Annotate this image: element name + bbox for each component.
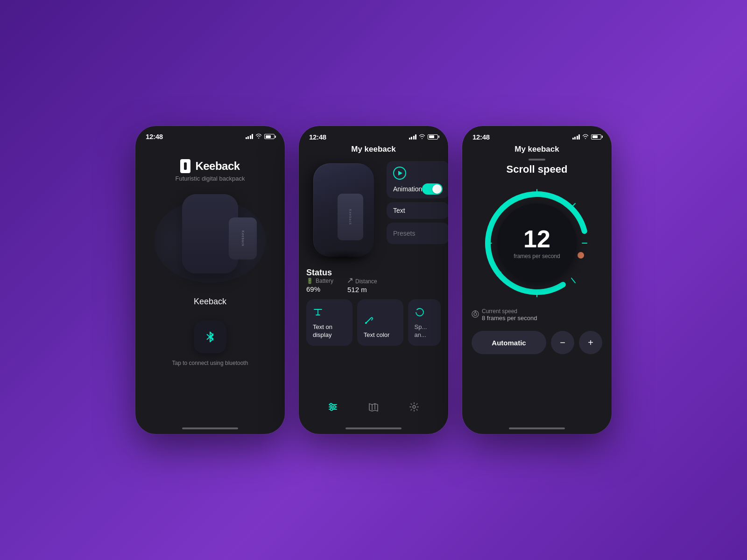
page-title-3: My keeback — [514, 145, 559, 154]
controls-icon — [328, 402, 338, 414]
device-3d-shadow — [316, 250, 372, 264]
text-card[interactable]: Text — [387, 202, 448, 219]
scroll-speed-title: Scroll speed — [472, 163, 602, 175]
current-speed-icon — [472, 310, 479, 319]
home-indicator-2 — [345, 427, 402, 429]
current-speed-value: 8 frames per second — [482, 315, 537, 322]
signal-bars-3 — [572, 134, 580, 140]
text-color-card[interactable]: Text color — [357, 299, 403, 346]
device-3d-text: Keeback — [338, 194, 363, 240]
play-icon — [393, 167, 406, 180]
device-3d-preview: Keeback — [306, 159, 381, 261]
status-time-2: 12:48 — [309, 133, 326, 141]
brand-logo-icon — [180, 159, 190, 173]
map-icon — [368, 402, 379, 414]
battery-icon-1 — [264, 134, 275, 139]
bluetooth-button[interactable] — [194, 321, 226, 353]
wifi-icon-2 — [419, 133, 425, 141]
automatic-button[interactable]: Automatic — [472, 331, 546, 354]
svg-line-19 — [571, 278, 575, 283]
plus-label: + — [588, 337, 593, 348]
phone-1: 12:48 Keeback Futuristic digital backpac… — [135, 126, 285, 434]
settings-icon — [409, 402, 419, 414]
nav-map[interactable] — [361, 400, 386, 416]
svg-point-1 — [416, 308, 423, 316]
device-label-p1: Keeback — [194, 297, 226, 307]
svg-point-7 — [331, 408, 333, 411]
animation-card[interactable]: Animation — [387, 161, 448, 198]
battery-label: Battery — [316, 278, 333, 284]
battery-status-icon: 🔋 — [306, 278, 313, 284]
text-label: Text — [393, 207, 405, 214]
signal-bars-2 — [409, 134, 417, 140]
distance-status: Distance 512 m — [347, 278, 377, 294]
play-triangle — [398, 171, 402, 175]
text-display-label: Text on display — [313, 323, 346, 339]
animation-toggle[interactable] — [422, 183, 443, 195]
distance-label: Distance — [355, 278, 377, 285]
device-preview-row: Keeback Animation — [306, 159, 441, 261]
automatic-label: Automatic — [492, 339, 526, 347]
speed-partial-card[interactable]: Sp...an... — [408, 299, 441, 346]
status-time-3: 12:48 — [472, 133, 490, 141]
dial-center: 12 frames per second — [497, 203, 577, 283]
current-speed-row: Current speed 8 frames per second — [472, 308, 602, 322]
text-display-icon — [313, 307, 346, 320]
device-body: Keeback — [182, 194, 238, 273]
connect-btn-area: Keeback Tap to connect using bluetooth — [172, 297, 248, 422]
nav-settings[interactable] — [402, 400, 427, 416]
svg-point-22 — [474, 313, 477, 315]
text-color-icon — [364, 315, 397, 328]
signal-bars-1 — [246, 134, 254, 139]
phone3-main-content: Scroll speed — [462, 154, 612, 422]
text-on-display-card[interactable]: Text on display — [306, 299, 352, 346]
svg-point-13 — [578, 252, 584, 259]
brand-name: Keeback — [195, 160, 240, 173]
animation-label: Animation — [393, 185, 422, 193]
brand-tagline: Futuristic digital backpack — [176, 175, 245, 182]
page-title-2: My keeback — [351, 145, 395, 154]
home-indicator-1 — [182, 427, 238, 429]
connect-label: Tap to connect using bluetooth — [172, 360, 248, 366]
status-bar-3: 12:48 — [462, 126, 612, 141]
device-3d-screen: Keeback — [338, 194, 363, 240]
bluetooth-icon — [204, 330, 217, 343]
presets-card[interactable]: Presets — [387, 223, 448, 244]
presets-label: Presets — [393, 230, 415, 237]
plus-button[interactable]: + — [579, 331, 602, 354]
phone-3: 12:48 My keeback Scroll speed — [462, 126, 612, 434]
svg-point-0 — [365, 322, 367, 324]
dial-value: 12 — [523, 227, 550, 251]
current-speed-info: Current speed 8 frames per second — [482, 308, 537, 322]
dial-unit: frames per second — [514, 253, 560, 259]
status-heading: Status — [306, 268, 332, 277]
battery-header: 🔋 Battery — [306, 278, 333, 284]
page-title-bar-2: My keeback — [299, 141, 448, 154]
status-icons-3 — [572, 133, 602, 141]
status-bar-1: 12:48 — [135, 126, 285, 140]
brand-row: Keeback — [180, 159, 240, 173]
battery-value: 69% — [306, 285, 333, 293]
nav-controls[interactable] — [320, 400, 345, 416]
svg-point-6 — [333, 406, 336, 408]
status-time-1: 12:48 — [146, 133, 163, 140]
battery-icon-3 — [591, 134, 601, 140]
battery-icon-2 — [428, 134, 438, 140]
wifi-icon-1 — [255, 133, 262, 140]
device-image-p1: Keeback — [149, 189, 271, 292]
device-3d-body: Keeback — [313, 163, 374, 257]
wifi-icon-3 — [582, 133, 589, 141]
minus-label: − — [560, 337, 565, 348]
minus-button[interactable]: − — [551, 331, 574, 354]
phone1-main-content: Keeback Futuristic digital backpack Keeb… — [135, 140, 285, 422]
text-color-label: Text color — [364, 331, 397, 339]
speed-partial-icon — [415, 307, 434, 320]
status-bar-2: 12:48 — [299, 126, 448, 141]
controls-panel: Animation Text Presets — [387, 159, 448, 261]
page-title-bar-3: My keeback — [462, 141, 612, 154]
action-cards-row: Text on display Text color Sp...an... — [306, 299, 441, 346]
distance-icon — [347, 278, 353, 285]
status-section: Status 🔋 Battery 69% — [306, 268, 441, 294]
device-screen-text: Keeback — [241, 231, 245, 246]
current-speed-label: Current speed — [482, 308, 537, 315]
